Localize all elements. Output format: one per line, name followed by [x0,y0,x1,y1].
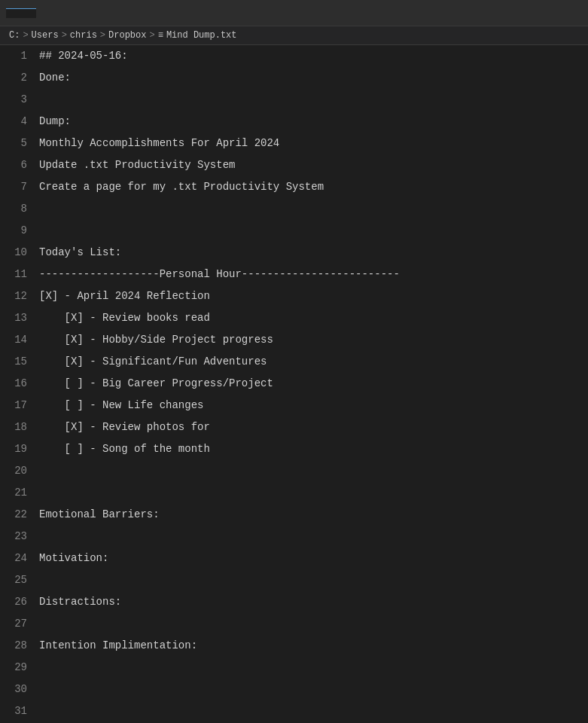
line-number: 9 [0,220,39,242]
breadcrumb-file-icon: ≡ [158,30,163,41]
editor-line[interactable]: 2Done: [0,67,588,89]
breadcrumb: C: > Users > chris > Dropbox > ≡ Mind Du… [0,26,588,45]
editor-area[interactable]: 1## 2024-05-16:2Done:34Dump:5Monthly Acc… [0,45,588,721]
line-content: [ ] - Song of the month [39,438,210,460]
line-content: Today's List: [39,242,121,264]
editor-line[interactable]: 26Distractions: [0,591,588,613]
line-content: [X] - Significant/Fun Adventures [39,351,267,373]
editor-line[interactable]: 10Today's List: [0,242,588,264]
line-content: [X] - April 2024 Reflection [39,285,210,307]
line-number: 19 [0,438,39,460]
editor-line[interactable]: 15 [X] - Significant/Fun Adventures [0,351,588,373]
line-number: 18 [0,416,39,438]
line-number: 14 [0,329,39,351]
line-content: [X] - Review photos for [39,416,210,438]
line-number: 26 [0,591,39,613]
line-content: Create a page for my .txt Productivity S… [39,176,324,198]
editor-line[interactable]: 12[X] - April 2024 Reflection [0,285,588,307]
line-number: 22 [0,504,39,526]
editor-line[interactable]: 9 [0,220,588,242]
editor-line[interactable]: 22Emotional Barriers: [0,504,588,526]
line-number: 24 [0,548,39,569]
line-content: Done: [39,67,71,89]
editor-line[interactable]: 31 [0,700,588,721]
line-number: 3 [0,89,39,111]
line-number: 20 [0,460,39,482]
line-number: 2 [0,67,39,89]
editor-line[interactable]: 13 [X] - Review books read [0,307,588,329]
line-number: 27 [0,613,39,635]
line-content: Update .txt Productivity System [39,154,235,176]
breadcrumb-part-c[interactable]: C: [9,30,20,41]
file-tab[interactable] [6,8,36,18]
editor-line[interactable]: 20 [0,460,588,482]
breadcrumb-part-filename[interactable]: Mind Dump.txt [166,30,237,41]
line-content: Intention Implimentation: [39,635,197,657]
breadcrumb-sep-1: > [23,30,28,41]
line-number: 16 [0,373,39,395]
editor-line[interactable]: 17 [ ] - New Life changes [0,395,588,416]
breadcrumb-sep-3: > [100,30,105,41]
line-number: 10 [0,242,39,264]
line-number: 30 [0,679,39,700]
editor-line[interactable]: 6Update .txt Productivity System [0,154,588,176]
editor-line[interactable]: 28Intention Implimentation: [0,635,588,657]
editor-line[interactable]: 25 [0,569,588,591]
line-number: 21 [0,482,39,504]
line-content: [ ] - New Life changes [39,395,203,416]
line-number: 13 [0,307,39,329]
editor-line[interactable]: 14 [X] - Hobby/Side Project progress [0,329,588,351]
editor-line[interactable]: 23 [0,526,588,548]
breadcrumb-part-chris[interactable]: chris [70,30,97,41]
line-number: 12 [0,285,39,307]
line-number: 28 [0,635,39,657]
line-number: 7 [0,176,39,198]
line-content: Emotional Barriers: [39,504,160,526]
line-content: Monthly Accomplishments For April 2024 [39,133,279,154]
line-content: Motivation: [39,548,108,569]
line-number: 4 [0,111,39,133]
line-number: 23 [0,526,39,548]
editor-line[interactable]: 1## 2024-05-16: [0,45,588,67]
editor-line[interactable]: 19 [ ] - Song of the month [0,438,588,460]
line-number: 15 [0,351,39,373]
editor-line[interactable]: 27 [0,613,588,635]
editor-line[interactable]: 4Dump: [0,111,588,133]
editor-line[interactable]: 29 [0,657,588,679]
editor-line[interactable]: 11-------------------Personal Hour------… [0,264,588,285]
line-content: [ ] - Big Career Progress/Project [39,373,273,395]
title-bar [0,0,588,26]
editor-line[interactable]: 21 [0,482,588,504]
line-content: -------------------Personal Hour--------… [39,264,400,285]
editor-line[interactable]: 8 [0,198,588,220]
editor-line[interactable]: 5Monthly Accomplishments For April 2024 [0,133,588,154]
line-number: 6 [0,154,39,176]
line-number: 29 [0,657,39,679]
line-number: 1 [0,45,39,67]
line-number: 5 [0,133,39,154]
line-content: [X] - Review books read [39,307,210,329]
breadcrumb-sep-4: > [149,30,154,41]
editor-line[interactable]: 7Create a page for my .txt Productivity … [0,176,588,198]
line-content: Distractions: [39,591,121,613]
line-content: Dump: [39,111,71,133]
breadcrumb-part-users[interactable]: Users [32,30,59,41]
editor-line[interactable]: 24Motivation: [0,548,588,569]
line-number: 25 [0,569,39,591]
line-content: ## 2024-05-16: [39,45,128,67]
editor-line[interactable]: 16 [ ] - Big Career Progress/Project [0,373,588,395]
line-number: 31 [0,700,39,721]
line-content: [X] - Hobby/Side Project progress [39,329,273,351]
breadcrumb-part-dropbox[interactable]: Dropbox [108,30,146,41]
editor-line[interactable]: 18 [X] - Review photos for [0,416,588,438]
line-number: 11 [0,264,39,285]
line-number: 17 [0,395,39,416]
breadcrumb-sep-2: > [62,30,67,41]
line-number: 8 [0,198,39,220]
editor-line[interactable]: 30 [0,679,588,700]
editor-line[interactable]: 3 [0,89,588,111]
